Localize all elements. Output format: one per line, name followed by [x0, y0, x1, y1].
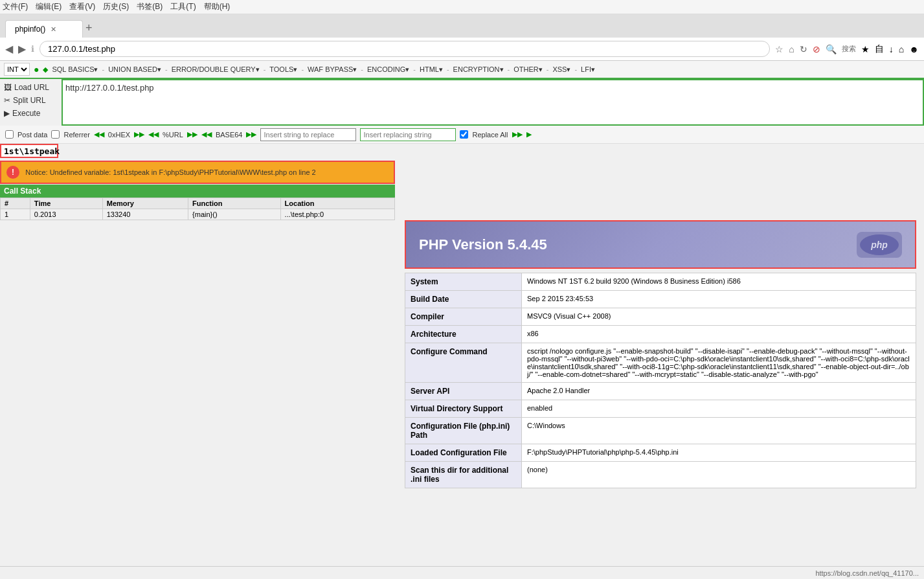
hackbar-union-based[interactable]: UNION BASED▾ — [108, 65, 161, 74]
menu-view[interactable]: 查看(V) — [69, 1, 95, 12]
hackbar-encryption[interactable]: ENCRYPTION▾ — [453, 65, 504, 74]
hackbar-tools[interactable]: TOOLS▾ — [269, 65, 297, 74]
menu-help[interactable]: 帮助(H) — [204, 1, 231, 12]
address-input[interactable] — [39, 41, 770, 57]
home2-icon[interactable]: ⌂ — [899, 44, 904, 54]
php-logo-inner: php — [860, 234, 899, 255]
hackbar-lfi[interactable]: LFI▾ — [581, 65, 595, 74]
status-bar: https://blog.csdn.net/qq_41170... — [0, 566, 924, 579]
star-icon[interactable]: ★ — [861, 44, 870, 54]
split-url-button[interactable]: ✂ Split URL — [4, 95, 58, 106]
search-icon[interactable]: 🔍 — [826, 44, 837, 54]
execute-label: Execute — [12, 109, 40, 118]
post-data-label: Post data — [17, 131, 47, 139]
load-url-button[interactable]: 🖼 Load URL — [4, 82, 58, 93]
right-arrow-3: ▶▶ — [246, 130, 256, 139]
callstack-column-header: Memory — [102, 198, 188, 209]
left-arrow-3: ◀◀ — [201, 130, 212, 139]
list-item: Build DateSep 2 2015 23:45:53 — [405, 291, 916, 308]
tab-label: phpinfo() — [15, 25, 45, 34]
hackbar-waf-bypass[interactable]: WAF BYPASS▾ — [308, 65, 357, 74]
callstack-column-header: Time — [30, 198, 102, 209]
callstack-column-header: Function — [188, 198, 281, 209]
execute-icon: ▶ — [4, 109, 10, 118]
phpinfo-value: (none) — [522, 462, 916, 488]
phpinfo-value: MSVC9 (Visual C++ 2008) — [522, 308, 916, 326]
callstack-table: #TimeMemoryFunctionLocation 10.201313324… — [0, 198, 395, 220]
table-cell: 0.2013 — [30, 209, 102, 220]
table-cell: 1 — [1, 209, 30, 220]
menu-file[interactable]: 文件(F) — [3, 1, 28, 12]
phpinfo-panel: PHP Version 5.4.45 php SystemWindows NT … — [405, 220, 916, 579]
menu-history[interactable]: 历史(S) — [103, 1, 129, 12]
bookmark-icon[interactable]: ☆ — [775, 44, 783, 54]
post-data-checkbox[interactable] — [5, 130, 14, 139]
search-label: 搜索 — [842, 44, 856, 54]
hackbar-other[interactable]: OTHER▾ — [513, 65, 543, 74]
php-header: PHP Version 5.4.45 php — [405, 220, 916, 269]
green-dot-icon: ● — [34, 64, 39, 74]
tab-phpinfo[interactable]: phpinfo() ✕ — [5, 20, 83, 38]
self-icon[interactable]: 自 — [875, 43, 884, 55]
replace-all-label: Replace All — [472, 131, 508, 139]
hackbar-sql-basics[interactable]: SQL BASICS▾ — [52, 65, 98, 74]
phpinfo-value: cscript /nologo configure.js "--enable-s… — [522, 343, 916, 383]
callstack-column-header: Location — [280, 198, 394, 209]
download-icon[interactable]: ↓ — [889, 44, 894, 54]
tab-close-button[interactable]: ✕ — [51, 25, 56, 34]
list-item: Virtual Directory Supportenabled — [405, 400, 916, 418]
info-icon: ℹ — [31, 44, 34, 54]
list-item: Scan this dir for additional .ini files(… — [405, 462, 916, 488]
menu-bookmarks[interactable]: 书签(B) — [137, 1, 163, 12]
home-icon[interactable]: ⌂ — [789, 44, 794, 54]
url-area — [62, 79, 924, 126]
search-input-highlight[interactable]: 1st\1stpeak — [0, 144, 58, 158]
insert-replacing-input[interactable] — [360, 128, 456, 141]
list-item: Architecturex86 — [405, 326, 916, 343]
base64-label: BASE64 — [216, 131, 243, 139]
left-arrow-2: ◀◀ — [148, 130, 159, 139]
phpinfo-value: x86 — [522, 326, 916, 343]
list-item: Configure Commandcscript /nologo configu… — [405, 343, 916, 383]
table-cell: 133240 — [102, 209, 188, 220]
phpinfo-label: Architecture — [405, 326, 522, 343]
stop-icon[interactable]: ⊘ — [813, 44, 820, 54]
phpinfo-label: Build Date — [405, 291, 522, 308]
callstack-header: Call Stack — [0, 185, 395, 198]
refresh-icon[interactable]: ↻ — [800, 44, 807, 54]
list-item: Server APIApache 2.0 Handler — [405, 383, 916, 400]
load-icon: 🖼 — [4, 83, 12, 92]
tab-bar: phpinfo() ✕ + — [0, 14, 924, 38]
phpinfo-table: SystemWindows NT 1ST 6.2 build 9200 (Win… — [405, 273, 916, 488]
insert-string-input[interactable] — [260, 128, 356, 141]
menu-bar: 文件(F) 编辑(E) 查看(V) 历史(S) 书签(B) 工具(T) 帮助(H… — [0, 0, 924, 14]
hackbar-error-double[interactable]: ERROR/DOUBLE QUERY▾ — [172, 65, 260, 74]
phpinfo-label: Configuration File (php.ini) Path — [405, 418, 522, 444]
referrer-checkbox[interactable] — [51, 130, 60, 139]
phpinfo-label: System — [405, 273, 522, 291]
menu-edit[interactable]: 编辑(E) — [36, 1, 62, 12]
address-icons: ☆ ⌂ ↻ ⊘ 🔍 搜索 — [775, 44, 855, 54]
profile-icon[interactable]: ☻ — [909, 44, 919, 54]
hackbar-xss[interactable]: XSS▾ — [552, 65, 570, 74]
list-item: CompilerMSVC9 (Visual C++ 2008) — [405, 308, 916, 326]
execute-button[interactable]: ▶ Execute — [4, 108, 58, 119]
int-select[interactable]: INT — [4, 63, 30, 76]
new-tab-button[interactable]: + — [85, 22, 93, 38]
encoding-bar: Post data Referrer ◀◀ 0xHEX ▶▶ ◀◀ %URL ▶… — [0, 126, 924, 144]
table-cell: {main}() — [188, 209, 281, 220]
list-item: Configuration File (php.ini) PathC:\Wind… — [405, 418, 916, 444]
referrer-label: Referrer — [63, 131, 89, 139]
forward-button[interactable]: ▶ — [18, 43, 26, 55]
phpinfo-label: Server API — [405, 383, 522, 400]
hackbar-encoding[interactable]: ENCODING▾ — [367, 65, 409, 74]
phpinfo-label: Compiler — [405, 308, 522, 326]
replace-all-checkbox[interactable] — [460, 130, 468, 139]
url-input[interactable] — [65, 83, 920, 93]
back-button[interactable]: ◀ — [5, 43, 13, 55]
menu-tools[interactable]: 工具(T) — [170, 1, 196, 12]
error-icon: ! — [6, 166, 19, 179]
right-arrow-4: ▶▶ — [512, 130, 523, 139]
hackbar-html[interactable]: HTML▾ — [420, 65, 443, 74]
split-url-label: Split URL — [13, 96, 46, 105]
